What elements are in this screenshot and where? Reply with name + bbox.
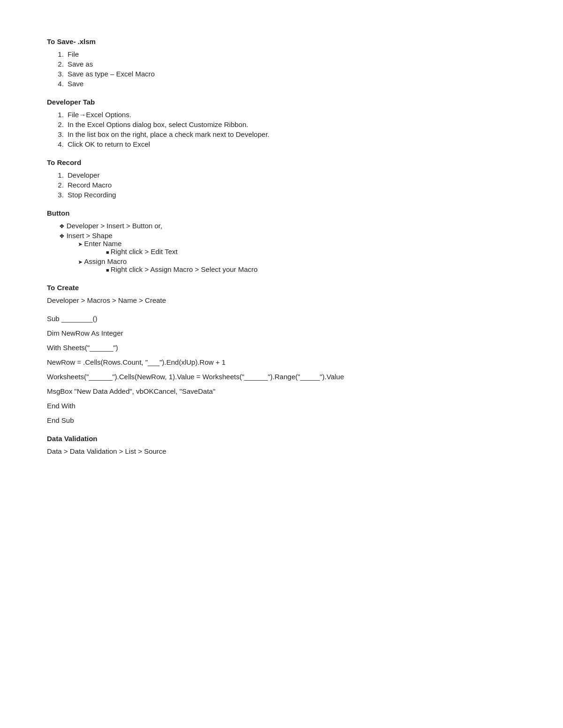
button-insert-shape-label: Insert > Shape xyxy=(67,232,113,240)
developer-tab-item-1: File→Excel Options. xyxy=(66,111,516,119)
developer-tab-item-2: In the Excel Options dialog box, select … xyxy=(66,120,516,128)
button-square-item-1: Right click > Edit Text xyxy=(106,248,516,255)
button-diamond-item-1: Developer > Insert > Button or, xyxy=(56,222,516,230)
button-assign-macro-label: Assign Macro xyxy=(84,257,127,265)
developer-tab-item-3: In the list box on the right, place a ch… xyxy=(66,130,516,138)
to-record-heading: To Record xyxy=(47,158,516,166)
save-item-4: Save xyxy=(66,80,516,88)
button-square-item-2: Right click > Assign Macro > Select your… xyxy=(106,265,516,273)
to-record-section: To Record Developer Record Macro Stop Re… xyxy=(47,158,516,199)
data-validation-heading: Data Validation xyxy=(47,435,516,443)
code-line-2: Dim NewRow As Integer xyxy=(47,329,516,337)
save-section: To Save- .xlsm File Save as Save as type… xyxy=(47,38,516,88)
code-line-8: End Sub xyxy=(47,416,516,424)
developer-tab-section: Developer Tab File→Excel Options. In the… xyxy=(47,98,516,148)
data-validation-section: Data Validation Data > Data Validation >… xyxy=(47,435,516,455)
save-heading: To Save- .xlsm xyxy=(47,38,516,45)
save-item-2: Save as xyxy=(66,60,516,68)
save-item-3: Save as type – Excel Macro xyxy=(66,70,516,78)
save-list: File Save as Save as type – Excel Macro … xyxy=(66,50,516,88)
code-line-4: NewRow = .Cells(Rows.Count, "___").End(x… xyxy=(47,358,516,366)
code-line-1: Sub ________() xyxy=(47,315,516,323)
developer-tab-item-4: Click OK to return to Excel xyxy=(66,140,516,148)
to-create-heading: To Create xyxy=(47,284,516,292)
button-section: Button Developer > Insert > Button or, I… xyxy=(47,209,516,273)
button-arrow-item-2: Assign Macro Right click > Assign Macro … xyxy=(78,257,516,273)
button-enter-name-label: Enter Name xyxy=(84,240,122,248)
code-line-6: MsgBox "New Data Added", vbOKCancel, "Sa… xyxy=(47,387,516,395)
to-record-item-2: Record Macro xyxy=(66,181,516,189)
button-diamond-item-2: Insert > Shape Enter Name Right click > … xyxy=(56,232,516,273)
developer-tab-list: File→Excel Options. In the Excel Options… xyxy=(66,111,516,148)
to-record-item-3: Stop Recording xyxy=(66,191,516,199)
button-heading: Button xyxy=(47,209,516,217)
to-record-list: Developer Record Macro Stop Recording xyxy=(66,171,516,199)
developer-tab-heading: Developer Tab xyxy=(47,98,516,106)
to-create-path: Developer > Macros > Name > Create xyxy=(47,296,516,304)
to-create-section: To Create Developer > Macros > Name > Cr… xyxy=(47,284,516,304)
code-section: Sub ________() Dim NewRow As Integer Wit… xyxy=(47,315,516,424)
button-arrow-item-1: Enter Name Right click > Edit Text xyxy=(78,240,516,255)
to-record-item-1: Developer xyxy=(66,171,516,179)
code-line-5: Worksheets("______").Cells(NewRow, 1).Va… xyxy=(47,373,516,381)
button-square-list-2: Right click > Assign Macro > Select your… xyxy=(106,265,516,273)
button-arrow-list: Enter Name Right click > Edit Text Assig… xyxy=(78,240,516,273)
code-line-3: With Sheets("______") xyxy=(47,344,516,352)
button-square-list-1: Right click > Edit Text xyxy=(106,248,516,255)
button-diamond-list: Developer > Insert > Button or, Insert >… xyxy=(56,222,516,273)
data-validation-text: Data > Data Validation > List > Source xyxy=(47,447,516,455)
save-item-1: File xyxy=(66,50,516,58)
code-line-7: End With xyxy=(47,402,516,410)
